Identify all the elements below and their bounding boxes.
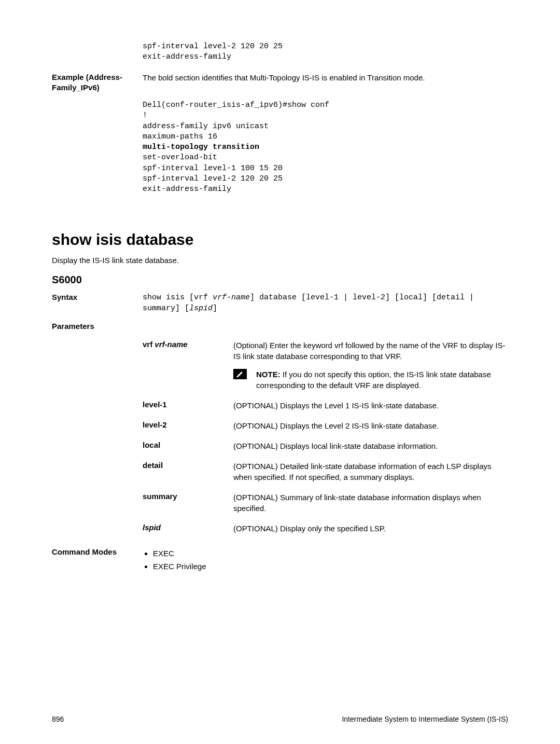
parameters-table: vrf vrf-name (Optional) Enter the keywor… — [143, 335, 508, 539]
parameters-label: Parameters — [52, 321, 143, 332]
param-entry: detail (OPTIONAL) Detailed link-state da… — [143, 456, 508, 487]
param-entry: level-2 (OPTIONAL) Displays the Level 2 … — [143, 416, 508, 436]
note-label: NOTE: — [256, 370, 283, 379]
param-desc: (OPTIONAL) Display only the specified LS… — [233, 523, 508, 534]
command-modes-label: Command Modes — [52, 547, 143, 557]
syntax-part-italic: lspid — [189, 304, 213, 313]
list-item: EXEC — [153, 547, 508, 560]
command-modes-row: Command Modes EXEC EXEC Privilege — [52, 547, 508, 573]
example-code-block: Dell(conf-router_isis-af_ipv6)#show conf… — [143, 100, 508, 195]
param-desc: (OPTIONAL) Displays the Level 2 IS-IS li… — [233, 420, 508, 431]
list-item: EXEC Privilege — [153, 560, 508, 573]
note-row: NOTE: If you do not specify this option,… — [233, 369, 508, 391]
param-entry: level-1 (OPTIONAL) Displays the Level 1 … — [143, 395, 508, 416]
note-text: NOTE: If you do not specify this option,… — [256, 369, 508, 391]
param-name-text: vrf — [143, 340, 155, 349]
param-desc: (Optional) Enter the keyword vrf followe… — [233, 340, 508, 391]
param-name: local — [143, 440, 233, 449]
param-name-italic: vrf-name — [155, 340, 187, 349]
example-content: The bold section identifies that Multi-T… — [143, 72, 508, 83]
syntax-part-italic: vrf-name — [213, 293, 250, 302]
example-intro-text: The bold section identifies that Multi-T… — [143, 72, 508, 83]
pencil-icon — [233, 369, 247, 379]
param-name: summary — [143, 492, 233, 501]
syntax-part: show isis [vrf — [143, 293, 213, 302]
parameters-row: Parameters — [52, 321, 508, 332]
param-entry: vrf vrf-name (Optional) Enter the keywor… — [143, 335, 508, 395]
param-name: lspid — [143, 523, 233, 532]
param-desc: (OPTIONAL) Displays the Level 1 IS-IS li… — [233, 400, 508, 411]
syntax-label: Syntax — [52, 292, 143, 302]
sub-title: S6000 — [52, 274, 508, 286]
code-bold: multi-topology transition — [143, 143, 259, 151]
command-modes-content: EXEC EXEC Privilege — [143, 547, 508, 573]
param-name: vrf vrf-name — [143, 340, 233, 349]
param-name: level-2 — [143, 420, 233, 429]
top-code-block: spf-interval level-2 120 20 25 exit-addr… — [143, 42, 508, 63]
footer-text: Intermediate System to Intermediate Syst… — [342, 715, 508, 723]
page-footer: 896 Intermediate System to Intermediate … — [52, 715, 508, 723]
param-desc-text: (Optional) Enter the keyword vrf followe… — [233, 340, 508, 362]
param-name: detail — [143, 461, 233, 470]
syntax-row: Syntax show isis [vrf vrf-name] database… — [52, 292, 508, 314]
param-desc: (OPTIONAL) Summary of link-state databas… — [233, 492, 508, 514]
section-title: show isis database — [52, 231, 508, 249]
example-label: Example (Address-Family_IPv6) — [52, 72, 143, 93]
section-description: Display the IS-IS link state database. — [52, 256, 508, 265]
syntax-text: show isis [vrf vrf-name] database [level… — [143, 292, 508, 314]
code-pre: Dell(conf-router_isis-af_ipv6)#show conf… — [143, 101, 329, 141]
param-name: level-1 — [143, 400, 233, 409]
code-post: set-overload-bit spf-interval level-1 10… — [143, 153, 283, 194]
syntax-part: ] — [213, 304, 217, 313]
param-desc: (OPTIONAL) Displays local link-state dat… — [233, 440, 508, 451]
note-body: If you do not specify this option, the I… — [256, 370, 491, 390]
command-modes-list: EXEC EXEC Privilege — [143, 547, 508, 573]
page-number: 896 — [52, 715, 64, 723]
param-entry: local (OPTIONAL) Displays local link-sta… — [143, 436, 508, 456]
param-entry: summary (OPTIONAL) Summary of link-state… — [143, 487, 508, 518]
example-row: Example (Address-Family_IPv6) The bold s… — [52, 72, 508, 93]
param-desc: (OPTIONAL) Detailed link-state database … — [233, 461, 508, 483]
param-entry: lspid (OPTIONAL) Display only the specif… — [143, 518, 508, 539]
